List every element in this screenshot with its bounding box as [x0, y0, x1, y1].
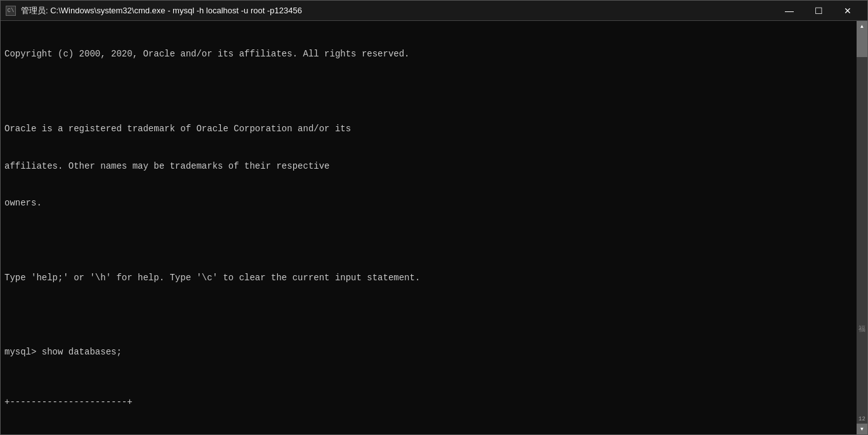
- blank-line2: [4, 235, 853, 247]
- title-bar: C\ 管理员: C:\Windows\system32\cmd.exe - my…: [1, 1, 867, 21]
- vertical-scrollbar[interactable]: ▲ 福 12 ▼: [857, 21, 867, 434]
- copyright-line1: Copyright (c) 2000, 2020, Oracle and/or …: [4, 48, 853, 61]
- scroll-up-button[interactable]: ▲: [857, 21, 867, 32]
- table-header-row: | Database |: [4, 434, 853, 434]
- terminal-window: C\ 管理员: C:\Windows\system32\cmd.exe - my…: [0, 0, 868, 435]
- scroll-track[interactable]: [857, 32, 867, 223]
- trademark-line3: owners.: [4, 197, 853, 210]
- blank-line3: [4, 309, 853, 322]
- terminal-content[interactable]: Copyright (c) 2000, 2020, Oracle and/or …: [1, 21, 857, 434]
- minimize-button[interactable]: —: [775, 1, 804, 21]
- trademark-line2: affiliates. Other names may be trademark…: [4, 160, 853, 173]
- scroll-number: 12: [858, 415, 865, 424]
- trademark-line1: Oracle is a registered trademark of Orac…: [4, 123, 853, 136]
- window-title: 管理员: C:\Windows\system32\cmd.exe - mysql…: [21, 5, 302, 16]
- window-icon: C\: [6, 6, 16, 16]
- command-line: mysql> show databases;: [4, 346, 853, 359]
- scroll-down-button[interactable]: ▼: [857, 424, 867, 434]
- blank-line1: [4, 86, 853, 98]
- help-line: Type 'help;' or '\h' for help. Type '\c'…: [4, 272, 853, 285]
- window-controls: — ☐ ✕: [775, 1, 862, 21]
- table-separator-top: +----------------------+: [4, 396, 853, 409]
- scroll-thumb[interactable]: [857, 32, 867, 57]
- title-bar-left: C\ 管理员: C:\Windows\system32\cmd.exe - my…: [6, 5, 302, 16]
- terminal-body: Copyright (c) 2000, 2020, Oracle and/or …: [1, 21, 867, 434]
- maximize-button[interactable]: ☐: [804, 1, 833, 21]
- close-button[interactable]: ✕: [833, 1, 862, 21]
